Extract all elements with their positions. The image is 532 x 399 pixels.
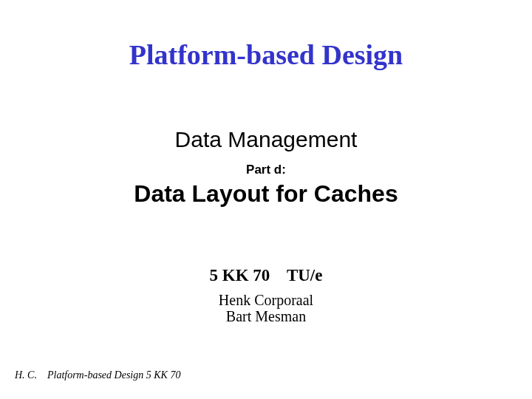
author-line-1: Henk Corporaal	[0, 292, 532, 309]
slide-footer: H. C. Platform-based Design 5 KK 70	[15, 369, 180, 381]
slide-subtitle-1: Data Management	[0, 127, 532, 152]
slide-container: Platform-based Design Data Management Pa…	[0, 0, 532, 399]
slide-title: Platform-based Design	[0, 38, 532, 71]
slide-part-label: Part d:	[0, 163, 532, 177]
course-code: 5 KK 70 TU/e	[0, 266, 532, 285]
slide-subtitle-2: Data Layout for Caches	[0, 180, 532, 208]
author-line-2: Bart Mesman	[0, 308, 532, 325]
